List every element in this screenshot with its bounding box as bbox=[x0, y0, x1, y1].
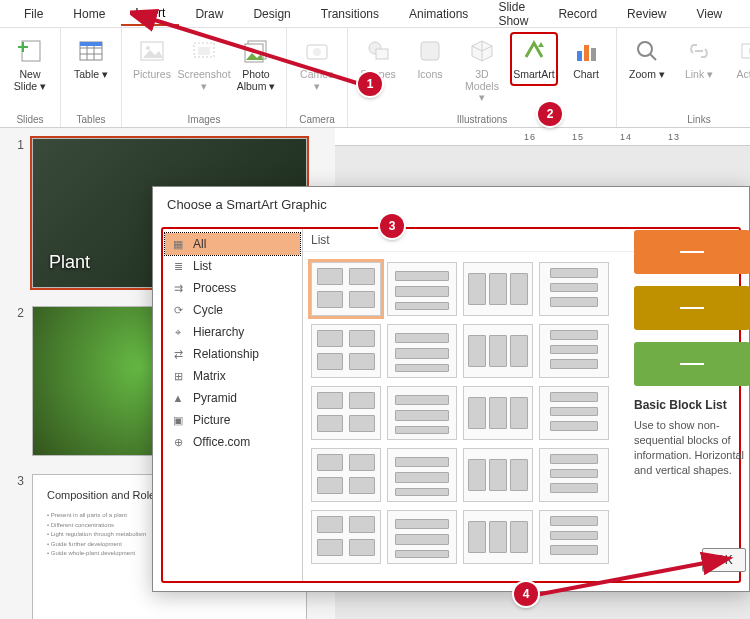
gallery-item-19[interactable] bbox=[539, 510, 609, 564]
category-label: Relationship bbox=[193, 347, 259, 361]
cameo-button[interactable]: Cameo ▾ bbox=[293, 32, 341, 97]
zoom-button[interactable]: Zoom ▾ bbox=[623, 32, 671, 86]
gallery-item-16[interactable] bbox=[311, 510, 381, 564]
new-slide-button[interactable]: New Slide ▾ bbox=[6, 32, 54, 97]
photo-album-icon bbox=[242, 37, 270, 65]
menu-slide show[interactable]: Slide Show bbox=[484, 0, 542, 32]
group-label: Slides bbox=[16, 112, 43, 125]
cameo-label: Cameo ▾ bbox=[296, 69, 338, 92]
gallery-item-6[interactable] bbox=[463, 324, 533, 378]
category-office-com[interactable]: ⊕Office.com bbox=[165, 431, 300, 453]
category-matrix[interactable]: ⊞Matrix bbox=[165, 365, 300, 387]
thumb-number: 3 bbox=[10, 474, 24, 488]
category-picture[interactable]: ▣Picture bbox=[165, 409, 300, 431]
smartart-button[interactable]: SmartArt bbox=[510, 32, 558, 86]
preview-pane: Basic Block ListUse to show non-sequenti… bbox=[634, 230, 750, 477]
cameo-icon bbox=[303, 37, 331, 65]
group-label: Tables bbox=[77, 112, 106, 125]
table-icon bbox=[77, 37, 105, 65]
thumb-number: 1 bbox=[10, 138, 24, 152]
category-icon: ▣ bbox=[171, 413, 185, 427]
gallery-item-12[interactable] bbox=[311, 448, 381, 502]
menu-home[interactable]: Home bbox=[59, 3, 119, 25]
photo-album-label: Photo Album ▾ bbox=[235, 69, 277, 92]
gallery-item-13[interactable] bbox=[387, 448, 457, 502]
preview-description: Use to show non-sequential blocks of inf… bbox=[634, 418, 750, 477]
gallery-item-17[interactable] bbox=[387, 510, 457, 564]
table-button[interactable]: Table ▾ bbox=[67, 32, 115, 86]
preview-title: Basic Block List bbox=[634, 398, 750, 412]
screenshot-icon bbox=[190, 37, 218, 65]
ok-button[interactable]: OK bbox=[702, 548, 746, 572]
svg-line-25 bbox=[650, 54, 656, 60]
link-icon bbox=[685, 37, 713, 65]
link-button[interactable]: Link ▾ bbox=[675, 32, 723, 86]
gallery-item-10[interactable] bbox=[463, 386, 533, 440]
category-label: Process bbox=[193, 281, 236, 295]
gallery-item-14[interactable] bbox=[463, 448, 533, 502]
svg-point-24 bbox=[638, 42, 652, 56]
menu-animations[interactable]: Animations bbox=[395, 3, 482, 25]
category-pyramid[interactable]: ▲Pyramid bbox=[165, 387, 300, 409]
menu-draw[interactable]: Draw bbox=[181, 3, 237, 25]
dialog-title: Choose a SmartArt Graphic bbox=[153, 187, 749, 224]
gallery-item-8[interactable] bbox=[311, 386, 381, 440]
smartart-icon bbox=[520, 37, 548, 65]
gallery-item-3[interactable] bbox=[539, 262, 609, 316]
table-label: Table ▾ bbox=[74, 69, 108, 81]
ribbon-group-links: Zoom ▾Link ▾ActionLinks bbox=[617, 28, 750, 127]
category-all[interactable]: ▦All bbox=[165, 233, 300, 255]
category-label: Hierarchy bbox=[193, 325, 244, 339]
gallery-item-7[interactable] bbox=[539, 324, 609, 378]
horizontal-ruler: 16151413 bbox=[335, 128, 750, 146]
category-icon: ⇉ bbox=[171, 281, 185, 295]
category-hierarchy[interactable]: ⌖Hierarchy bbox=[165, 321, 300, 343]
svg-rect-20 bbox=[421, 42, 439, 60]
icons-button[interactable]: Icons bbox=[406, 32, 454, 86]
pictures-label: Pictures bbox=[133, 69, 171, 81]
category-label: All bbox=[193, 237, 206, 251]
menu-develop[interactable]: Develop bbox=[738, 3, 750, 25]
3d-models-label: 3D Models ▾ bbox=[461, 69, 503, 104]
preview-swatch bbox=[634, 286, 750, 330]
ribbon-group-camera: Cameo ▾Camera bbox=[287, 28, 348, 127]
screenshot-label: Screenshot ▾ bbox=[177, 69, 230, 92]
pictures-button[interactable]: Pictures bbox=[128, 32, 176, 86]
menu-insert[interactable]: Insert bbox=[121, 2, 179, 26]
menu-record[interactable]: Record bbox=[544, 3, 611, 25]
category-cycle[interactable]: ⟳Cycle bbox=[165, 299, 300, 321]
menu-transitions[interactable]: Transitions bbox=[307, 3, 393, 25]
menu-design[interactable]: Design bbox=[239, 3, 304, 25]
action-button[interactable]: Action bbox=[727, 32, 750, 86]
ribbon-group-tables: Table ▾Tables bbox=[61, 28, 122, 127]
gallery-item-1[interactable] bbox=[387, 262, 457, 316]
photo-album-button[interactable]: Photo Album ▾ bbox=[232, 32, 280, 97]
gallery-item-9[interactable] bbox=[387, 386, 457, 440]
chart-button[interactable]: Chart bbox=[562, 32, 610, 86]
ribbon-group-illustrations: Shapes ▾Icons3D Models ▾SmartArtChartIll… bbox=[348, 28, 617, 127]
gallery-item-11[interactable] bbox=[539, 386, 609, 440]
gallery-item-15[interactable] bbox=[539, 448, 609, 502]
gallery-item-18[interactable] bbox=[463, 510, 533, 564]
gallery-item-5[interactable] bbox=[387, 324, 457, 378]
category-process[interactable]: ⇉Process bbox=[165, 277, 300, 299]
svg-rect-26 bbox=[742, 44, 750, 58]
menu-file[interactable]: File bbox=[10, 3, 57, 25]
gallery-item-2[interactable] bbox=[463, 262, 533, 316]
callout-1: 1 bbox=[358, 72, 382, 96]
svg-point-17 bbox=[313, 48, 321, 56]
3d-models-button[interactable]: 3D Models ▾ bbox=[458, 32, 506, 109]
menu-review[interactable]: Review bbox=[613, 3, 680, 25]
category-list[interactable]: ≣List bbox=[165, 255, 300, 277]
zoom-icon bbox=[633, 37, 661, 65]
gallery-item-4[interactable] bbox=[311, 324, 381, 378]
svg-rect-8 bbox=[80, 42, 102, 46]
link-label: Link ▾ bbox=[685, 69, 713, 81]
category-relationship[interactable]: ⇄Relationship bbox=[165, 343, 300, 365]
icons-label: Icons bbox=[417, 69, 442, 81]
callout-3: 3 bbox=[380, 214, 404, 238]
menu-view[interactable]: View bbox=[682, 3, 736, 25]
gallery-item-0[interactable] bbox=[311, 262, 381, 316]
category-list: ▦All≣List⇉Process⟳Cycle⌖Hierarchy⇄Relati… bbox=[163, 229, 303, 581]
screenshot-button[interactable]: Screenshot ▾ bbox=[180, 32, 228, 97]
